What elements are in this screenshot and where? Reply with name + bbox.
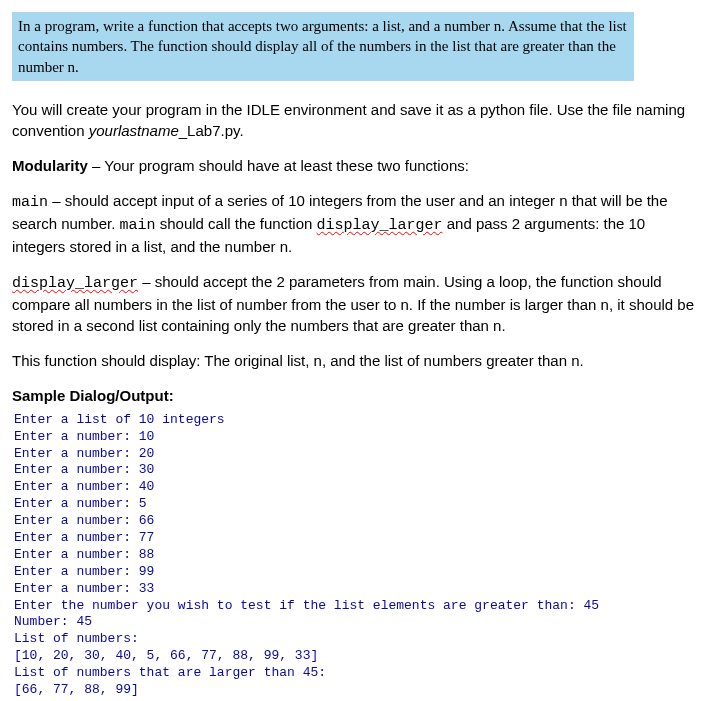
filename-italic: yourlastname (89, 122, 179, 139)
main-code-2: main (120, 217, 156, 234)
sample-heading: Sample Dialog/Output: (12, 385, 697, 406)
function-display-text: This function should display: The origin… (12, 352, 584, 369)
intro-paragraph: You will create your program in the IDLE… (12, 99, 697, 141)
main-desc-2: should call the function (156, 215, 317, 232)
problem-statement-box: In a program, write a function that acce… (12, 12, 634, 81)
filename-rest: _Lab7.py. (179, 122, 244, 139)
main-function-paragraph: main – should accept input of a series o… (12, 190, 697, 257)
display-larger-paragraph: display_larger – should accept the 2 par… (12, 271, 697, 336)
sample-output: Enter a list of 10 integers Enter a numb… (12, 412, 697, 699)
problem-statement-text: In a program, write a function that acce… (18, 18, 627, 75)
display-larger-code-2: display_larger (12, 275, 138, 292)
main-code: main (12, 194, 48, 211)
modularity-label: Modularity (12, 157, 88, 174)
display-larger-code: display_larger (317, 217, 443, 234)
modularity-rest: – Your program should have at least thes… (88, 157, 469, 174)
modularity-paragraph: Modularity – Your program should have at… (12, 155, 697, 176)
function-display-paragraph: This function should display: The origin… (12, 350, 697, 371)
